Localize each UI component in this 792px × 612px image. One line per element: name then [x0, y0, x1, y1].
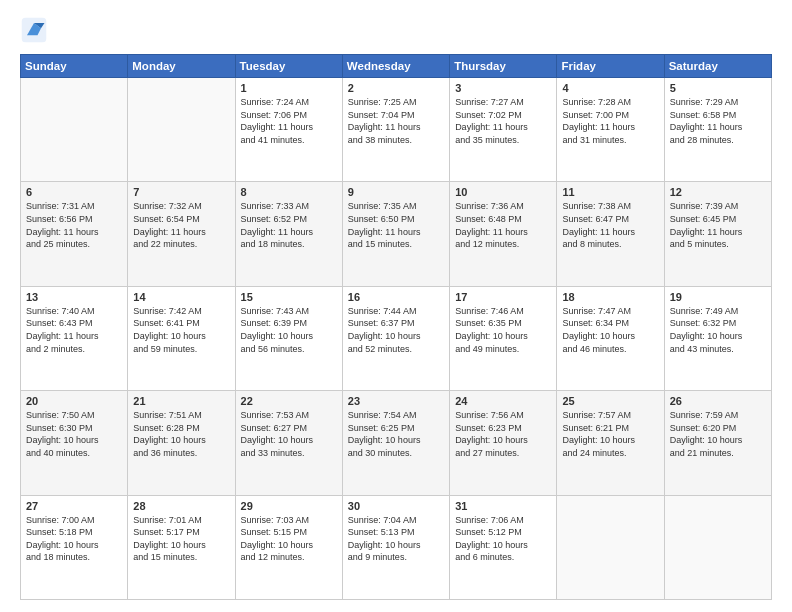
calendar-cell: 8Sunrise: 7:33 AM Sunset: 6:52 PM Daylig…	[235, 182, 342, 286]
weekday-header-monday: Monday	[128, 55, 235, 78]
calendar-week-2: 6Sunrise: 7:31 AM Sunset: 6:56 PM Daylig…	[21, 182, 772, 286]
day-number: 14	[133, 291, 229, 303]
calendar-cell: 6Sunrise: 7:31 AM Sunset: 6:56 PM Daylig…	[21, 182, 128, 286]
calendar-cell: 7Sunrise: 7:32 AM Sunset: 6:54 PM Daylig…	[128, 182, 235, 286]
day-number: 28	[133, 500, 229, 512]
calendar-cell: 13Sunrise: 7:40 AM Sunset: 6:43 PM Dayli…	[21, 286, 128, 390]
calendar-cell: 18Sunrise: 7:47 AM Sunset: 6:34 PM Dayli…	[557, 286, 664, 390]
day-info: Sunrise: 7:47 AM Sunset: 6:34 PM Dayligh…	[562, 305, 658, 355]
calendar-cell	[664, 495, 771, 599]
calendar-table: SundayMondayTuesdayWednesdayThursdayFrid…	[20, 54, 772, 600]
day-info: Sunrise: 7:01 AM Sunset: 5:17 PM Dayligh…	[133, 514, 229, 564]
day-number: 24	[455, 395, 551, 407]
day-number: 2	[348, 82, 444, 94]
calendar-cell: 27Sunrise: 7:00 AM Sunset: 5:18 PM Dayli…	[21, 495, 128, 599]
calendar-cell: 23Sunrise: 7:54 AM Sunset: 6:25 PM Dayli…	[342, 391, 449, 495]
day-number: 20	[26, 395, 122, 407]
calendar-cell: 22Sunrise: 7:53 AM Sunset: 6:27 PM Dayli…	[235, 391, 342, 495]
day-info: Sunrise: 7:32 AM Sunset: 6:54 PM Dayligh…	[133, 200, 229, 250]
calendar-cell: 11Sunrise: 7:38 AM Sunset: 6:47 PM Dayli…	[557, 182, 664, 286]
day-info: Sunrise: 7:29 AM Sunset: 6:58 PM Dayligh…	[670, 96, 766, 146]
calendar-cell: 10Sunrise: 7:36 AM Sunset: 6:48 PM Dayli…	[450, 182, 557, 286]
weekday-header-thursday: Thursday	[450, 55, 557, 78]
day-number: 23	[348, 395, 444, 407]
day-number: 17	[455, 291, 551, 303]
day-info: Sunrise: 7:27 AM Sunset: 7:02 PM Dayligh…	[455, 96, 551, 146]
day-number: 15	[241, 291, 337, 303]
day-info: Sunrise: 7:04 AM Sunset: 5:13 PM Dayligh…	[348, 514, 444, 564]
calendar-cell: 3Sunrise: 7:27 AM Sunset: 7:02 PM Daylig…	[450, 78, 557, 182]
day-number: 25	[562, 395, 658, 407]
calendar-week-1: 1Sunrise: 7:24 AM Sunset: 7:06 PM Daylig…	[21, 78, 772, 182]
calendar-cell: 14Sunrise: 7:42 AM Sunset: 6:41 PM Dayli…	[128, 286, 235, 390]
day-number: 21	[133, 395, 229, 407]
day-number: 13	[26, 291, 122, 303]
day-info: Sunrise: 7:03 AM Sunset: 5:15 PM Dayligh…	[241, 514, 337, 564]
calendar-cell: 5Sunrise: 7:29 AM Sunset: 6:58 PM Daylig…	[664, 78, 771, 182]
calendar-cell: 16Sunrise: 7:44 AM Sunset: 6:37 PM Dayli…	[342, 286, 449, 390]
day-info: Sunrise: 7:51 AM Sunset: 6:28 PM Dayligh…	[133, 409, 229, 459]
day-number: 6	[26, 186, 122, 198]
weekday-header-saturday: Saturday	[664, 55, 771, 78]
calendar-cell: 12Sunrise: 7:39 AM Sunset: 6:45 PM Dayli…	[664, 182, 771, 286]
calendar-cell: 20Sunrise: 7:50 AM Sunset: 6:30 PM Dayli…	[21, 391, 128, 495]
weekday-header-sunday: Sunday	[21, 55, 128, 78]
calendar-cell: 26Sunrise: 7:59 AM Sunset: 6:20 PM Dayli…	[664, 391, 771, 495]
calendar-week-3: 13Sunrise: 7:40 AM Sunset: 6:43 PM Dayli…	[21, 286, 772, 390]
day-number: 26	[670, 395, 766, 407]
day-number: 3	[455, 82, 551, 94]
day-number: 31	[455, 500, 551, 512]
calendar-cell: 15Sunrise: 7:43 AM Sunset: 6:39 PM Dayli…	[235, 286, 342, 390]
calendar-cell: 1Sunrise: 7:24 AM Sunset: 7:06 PM Daylig…	[235, 78, 342, 182]
day-info: Sunrise: 7:38 AM Sunset: 6:47 PM Dayligh…	[562, 200, 658, 250]
day-info: Sunrise: 7:49 AM Sunset: 6:32 PM Dayligh…	[670, 305, 766, 355]
day-info: Sunrise: 7:50 AM Sunset: 6:30 PM Dayligh…	[26, 409, 122, 459]
calendar-cell: 4Sunrise: 7:28 AM Sunset: 7:00 PM Daylig…	[557, 78, 664, 182]
day-info: Sunrise: 7:31 AM Sunset: 6:56 PM Dayligh…	[26, 200, 122, 250]
page: SundayMondayTuesdayWednesdayThursdayFrid…	[0, 0, 792, 612]
day-info: Sunrise: 7:28 AM Sunset: 7:00 PM Dayligh…	[562, 96, 658, 146]
day-info: Sunrise: 7:25 AM Sunset: 7:04 PM Dayligh…	[348, 96, 444, 146]
calendar-cell: 30Sunrise: 7:04 AM Sunset: 5:13 PM Dayli…	[342, 495, 449, 599]
weekday-header-friday: Friday	[557, 55, 664, 78]
day-number: 16	[348, 291, 444, 303]
calendar-cell: 17Sunrise: 7:46 AM Sunset: 6:35 PM Dayli…	[450, 286, 557, 390]
day-info: Sunrise: 7:24 AM Sunset: 7:06 PM Dayligh…	[241, 96, 337, 146]
calendar-cell: 29Sunrise: 7:03 AM Sunset: 5:15 PM Dayli…	[235, 495, 342, 599]
day-number: 9	[348, 186, 444, 198]
calendar-cell: 9Sunrise: 7:35 AM Sunset: 6:50 PM Daylig…	[342, 182, 449, 286]
day-number: 4	[562, 82, 658, 94]
calendar-cell	[128, 78, 235, 182]
weekday-header-row: SundayMondayTuesdayWednesdayThursdayFrid…	[21, 55, 772, 78]
day-number: 1	[241, 82, 337, 94]
day-info: Sunrise: 7:56 AM Sunset: 6:23 PM Dayligh…	[455, 409, 551, 459]
weekday-header-wednesday: Wednesday	[342, 55, 449, 78]
calendar-cell: 2Sunrise: 7:25 AM Sunset: 7:04 PM Daylig…	[342, 78, 449, 182]
day-info: Sunrise: 7:00 AM Sunset: 5:18 PM Dayligh…	[26, 514, 122, 564]
day-info: Sunrise: 7:54 AM Sunset: 6:25 PM Dayligh…	[348, 409, 444, 459]
day-number: 7	[133, 186, 229, 198]
logo-icon	[20, 16, 48, 44]
day-number: 22	[241, 395, 337, 407]
calendar-cell: 19Sunrise: 7:49 AM Sunset: 6:32 PM Dayli…	[664, 286, 771, 390]
day-number: 11	[562, 186, 658, 198]
day-info: Sunrise: 7:42 AM Sunset: 6:41 PM Dayligh…	[133, 305, 229, 355]
logo	[20, 16, 52, 44]
day-number: 19	[670, 291, 766, 303]
day-number: 10	[455, 186, 551, 198]
day-info: Sunrise: 7:57 AM Sunset: 6:21 PM Dayligh…	[562, 409, 658, 459]
calendar-cell: 31Sunrise: 7:06 AM Sunset: 5:12 PM Dayli…	[450, 495, 557, 599]
calendar-cell	[21, 78, 128, 182]
day-info: Sunrise: 7:43 AM Sunset: 6:39 PM Dayligh…	[241, 305, 337, 355]
day-info: Sunrise: 7:06 AM Sunset: 5:12 PM Dayligh…	[455, 514, 551, 564]
day-number: 18	[562, 291, 658, 303]
day-number: 27	[26, 500, 122, 512]
day-info: Sunrise: 7:35 AM Sunset: 6:50 PM Dayligh…	[348, 200, 444, 250]
calendar-cell: 21Sunrise: 7:51 AM Sunset: 6:28 PM Dayli…	[128, 391, 235, 495]
calendar-cell: 24Sunrise: 7:56 AM Sunset: 6:23 PM Dayli…	[450, 391, 557, 495]
day-info: Sunrise: 7:59 AM Sunset: 6:20 PM Dayligh…	[670, 409, 766, 459]
calendar-week-5: 27Sunrise: 7:00 AM Sunset: 5:18 PM Dayli…	[21, 495, 772, 599]
day-number: 8	[241, 186, 337, 198]
day-number: 29	[241, 500, 337, 512]
day-info: Sunrise: 7:33 AM Sunset: 6:52 PM Dayligh…	[241, 200, 337, 250]
